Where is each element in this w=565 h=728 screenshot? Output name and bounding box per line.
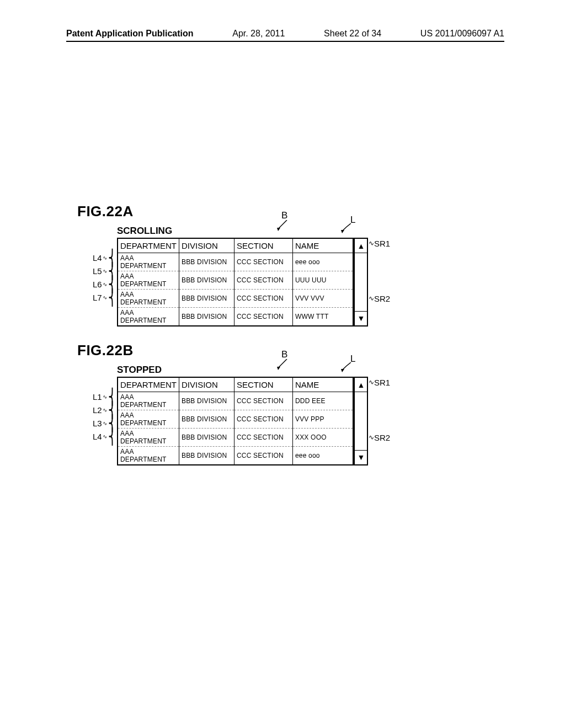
table-header-row: DEPARTMENT DIVISION SECTION NAME [118,377,353,392]
cell-name: eee ooo [292,253,353,271]
cell-section: CCC SECTION [234,392,292,410]
header-docid: US 2011/0096097 A1 [420,29,504,39]
cell-division: BBB DIVISION [179,410,234,428]
figure-wrapper: STOPPED B L DEPARTMENT DIVISION SECTION … [77,365,368,465]
row-annot: L4∿ [93,432,108,441]
col-section: SECTION [234,377,292,392]
row-annot: L4∿ [93,253,108,263]
col-department: DEPARTMENT [118,377,179,392]
table-row[interactable]: AAA DEPARTMENT BBB DIVISION CCC SECTION … [118,392,353,410]
svg-marker-2 [277,367,280,370]
table-row[interactable]: AAA DEPARTMENT BBB DIVISION CCC SECTION … [118,307,353,326]
cell-section: CCC SECTION [234,307,292,326]
figure-wrapper: SCROLLING B L DEPARTMENT DIVISION SECTIO… [77,226,368,326]
page-header: Patent Application Publication Apr. 28, … [66,29,504,42]
figure-22b: FIG.22B STOPPED B L DEPARTMENT DIVISION … [77,342,368,465]
triangle-down-icon: ▼ [358,314,365,323]
cell-department: AAA DEPARTMENT [118,446,179,465]
table-row[interactable]: AAA DEPARTMENT BBB DIVISION CCC SECTION … [118,410,353,428]
cell-name: UUU UUU [292,271,353,289]
triangle-up-icon: ▲ [358,242,365,250]
cell-department: AAA DEPARTMENT [118,410,179,428]
figure-label: FIG.22A [77,203,368,220]
header-date: Apr. 28, 2011 [232,29,285,39]
callout-arrow-b [277,359,290,370]
header-sheet: Sheet 22 of 34 [324,29,381,39]
row-annot: L5∿ [93,266,108,276]
callout-arrow-l [341,223,354,233]
row-annot: L6∿ [93,280,108,289]
cell-section: CCC SECTION [234,289,292,307]
cell-name: eee ooo [292,446,353,465]
cell-department: AAA DEPARTMENT [118,392,179,410]
brace-icon: ⎨ [108,288,116,307]
callout-arrow-l [341,362,354,372]
triangle-up-icon: ▲ [358,381,365,389]
scroll-down-button[interactable]: ▼ [355,311,367,325]
row-annot: L1∿ [93,392,108,402]
cell-department: AAA DEPARTMENT [118,428,179,446]
cell-department: AAA DEPARTMENT [118,289,179,307]
col-department: DEPARTMENT [118,238,179,253]
svg-marker-3 [341,369,344,372]
table-row[interactable]: AAA DEPARTMENT BBB DIVISION CCC SECTION … [118,271,353,289]
cell-section: CCC SECTION [234,253,292,271]
state-label: SCROLLING [117,226,368,237]
col-name: NAME [292,238,353,253]
row-annot: L3∿ [93,419,108,428]
scroll-up-button[interactable]: ▲ [355,378,367,392]
col-division: DIVISION [179,238,234,253]
col-division: DIVISION [179,377,234,392]
callout-b: B [281,210,287,221]
row-annot: L2∿ [93,405,108,415]
table-row[interactable]: AAA DEPARTMENT BBB DIVISION CCC SECTION … [118,253,353,271]
brace-icon: ⎨ [108,427,116,446]
table-row[interactable]: AAA DEPARTMENT BBB DIVISION CCC SECTION … [118,428,353,446]
cell-department: AAA DEPARTMENT [118,307,179,326]
figure-22a: FIG.22A SCROLLING B L DEPARTMENT DIVISIO… [77,203,368,326]
scroll-down-button[interactable]: ▼ [355,450,367,464]
col-section: SECTION [234,238,292,253]
svg-marker-0 [277,228,280,231]
triangle-down-icon: ▼ [358,453,365,462]
data-table: DEPARTMENT DIVISION SECTION NAME AAA DEP… [117,377,354,465]
header-publication: Patent Application Publication [66,29,194,39]
cell-section: CCC SECTION [234,446,292,465]
cell-name: WWW TTT [292,307,353,326]
cell-name: XXX OOO [292,428,353,446]
table-row[interactable]: AAA DEPARTMENT BBB DIVISION CCC SECTION … [118,446,353,465]
cell-division: BBB DIVISION [179,307,234,326]
scroll-up-button[interactable]: ▲ [355,239,367,253]
col-name: NAME [292,377,353,392]
cell-department: AAA DEPARTMENT [118,253,179,271]
callout-sr2: ∿SR2 [369,433,390,442]
cell-division: BBB DIVISION [179,446,234,465]
cell-department: AAA DEPARTMENT [118,271,179,289]
cell-section: CCC SECTION [234,428,292,446]
cell-section: CCC SECTION [234,410,292,428]
data-table: DEPARTMENT DIVISION SECTION NAME AAA DEP… [117,238,354,326]
callout-arrow-b [277,220,290,231]
cell-division: BBB DIVISION [179,289,234,307]
callout-sr1: ∿SR1 [369,239,390,248]
state-label: STOPPED [117,365,368,376]
row-annot: L7∿ [93,293,108,302]
cell-section: CCC SECTION [234,271,292,289]
cell-division: BBB DIVISION [179,271,234,289]
cell-name: VVV PPP [292,410,353,428]
table-row[interactable]: AAA DEPARTMENT BBB DIVISION CCC SECTION … [118,289,353,307]
callout-b: B [281,349,287,360]
cell-division: BBB DIVISION [179,253,234,271]
figure-label: FIG.22B [77,342,368,359]
cell-name: VVV VVV [292,289,353,307]
table-header-row: DEPARTMENT DIVISION SECTION NAME [118,238,353,253]
callout-sr2: ∿SR2 [369,294,390,303]
scrollbar[interactable]: ▲ ▼ [354,238,368,326]
cell-division: BBB DIVISION [179,392,234,410]
callout-sr1: ∿SR1 [369,378,390,387]
svg-marker-1 [341,230,344,233]
scrollbar[interactable]: ▲ ▼ [354,377,368,465]
cell-name: DDD EEE [292,392,353,410]
cell-division: BBB DIVISION [179,428,234,446]
